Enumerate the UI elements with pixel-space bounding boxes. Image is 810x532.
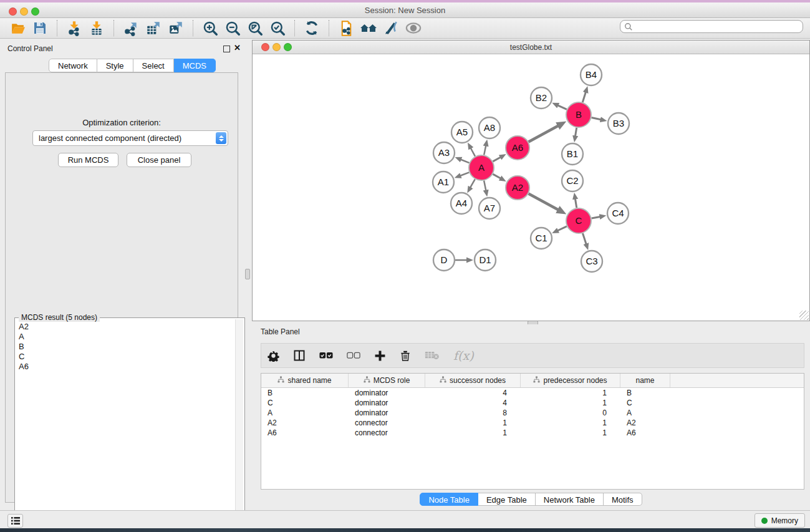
refresh-view-icon[interactable] — [301, 19, 323, 37]
close-panel-icon[interactable]: ✕ — [234, 44, 241, 52]
mcds-result-list[interactable]: A2ABCA6 — [16, 322, 234, 531]
mcds-result-item[interactable]: A — [16, 332, 234, 342]
node-A6[interactable]: A6 — [506, 136, 529, 160]
settings-gear-icon[interactable] — [268, 350, 279, 362]
toggle-graphics-details-icon[interactable] — [380, 19, 402, 37]
edge-B-B2[interactable] — [557, 105, 566, 109]
table-cell[interactable]: 1 — [521, 428, 620, 438]
tab-select[interactable]: Select — [133, 59, 174, 72]
mcds-result-item[interactable]: C — [16, 352, 234, 362]
table-cell[interactable]: B — [261, 388, 349, 398]
edge-A-A2[interactable] — [493, 174, 500, 178]
node-A1[interactable]: A1 — [433, 172, 454, 193]
edge-B-B4[interactable] — [582, 92, 586, 102]
edge-C-C1[interactable] — [557, 226, 567, 231]
table-cell[interactable]: 1 — [425, 428, 521, 438]
edge-A2-C[interactable] — [529, 194, 559, 210]
zoom-fit-icon[interactable] — [244, 19, 266, 37]
show-hide-columns-icon[interactable] — [293, 349, 306, 362]
run-mcds-button[interactable]: Run MCDS — [58, 153, 118, 167]
table-cell[interactable]: connector — [349, 418, 425, 428]
tab-motifs[interactable]: Motifs — [604, 493, 642, 506]
save-session-icon[interactable] — [29, 19, 51, 37]
vertical-splitter-grip[interactable] — [245, 269, 250, 279]
edge-C-C4[interactable] — [592, 216, 600, 218]
resize-grip-icon[interactable] — [799, 311, 809, 320]
delete-row-icon[interactable] — [400, 350, 411, 362]
mcds-result-item[interactable]: A2 — [16, 322, 234, 332]
tab-edge-table[interactable]: Edge Table — [478, 493, 536, 506]
node-B2[interactable]: B2 — [531, 87, 552, 109]
list-scrollbar[interactable] — [235, 319, 243, 531]
node-A8[interactable]: A8 — [479, 117, 500, 138]
table-cell[interactable]: A6 — [261, 428, 349, 438]
node-A4[interactable]: A4 — [451, 193, 472, 214]
table-row[interactable]: A6connector11A6 — [261, 428, 804, 438]
edge-A-A5[interactable] — [471, 148, 475, 156]
column-header-successor-nodes[interactable]: successor nodes — [425, 374, 521, 387]
float-panel-icon[interactable] — [223, 46, 230, 52]
column-header-MCDS-role[interactable]: MCDS role — [349, 374, 425, 387]
edge-A-A1[interactable] — [460, 172, 469, 175]
table-cell[interactable]: 8 — [425, 408, 521, 418]
deselect-all-icon[interactable] — [347, 352, 360, 359]
node-C[interactable]: C — [566, 208, 591, 233]
table-row[interactable]: Adominator80A — [261, 408, 804, 418]
edge-C-C2[interactable] — [575, 199, 576, 208]
node-A3[interactable]: A3 — [433, 142, 455, 163]
node-B[interactable]: B — [566, 102, 591, 127]
column-header-predecessor-nodes[interactable]: predecessor nodes — [521, 374, 620, 387]
zoom-selected-icon[interactable] — [266, 19, 289, 37]
table-cell[interactable]: C — [620, 398, 670, 408]
table-cell[interactable]: A — [620, 408, 670, 418]
edge-C-C3[interactable] — [582, 233, 586, 244]
search-input[interactable] — [620, 20, 803, 33]
node-A2[interactable]: A2 — [506, 176, 529, 200]
tab-network[interactable]: Network — [49, 59, 97, 72]
table-cell[interactable]: 4 — [425, 398, 521, 408]
edge-A-A8[interactable] — [484, 145, 486, 155]
add-row-icon[interactable] — [374, 350, 386, 362]
export-network-icon[interactable] — [120, 19, 142, 37]
table-cell[interactable]: A2 — [261, 418, 349, 428]
node-C2[interactable]: C2 — [562, 170, 583, 191]
table-cell[interactable]: 1 — [521, 398, 620, 408]
table-cell[interactable]: dominator — [349, 398, 425, 408]
tab-network-table[interactable]: Network Table — [536, 493, 604, 506]
memory-button[interactable]: Memory — [755, 513, 805, 528]
node-D1[interactable]: D1 — [475, 249, 496, 271]
node-C1[interactable]: C1 — [531, 228, 552, 249]
criterion-select[interactable]: largest connected component (directed) — [32, 130, 228, 146]
zoom-in-icon[interactable] — [199, 19, 221, 37]
edge-A-A3[interactable] — [461, 160, 470, 163]
tab-mcds[interactable]: MCDS — [174, 59, 216, 72]
node-table[interactable]: shared nameMCDS rolesuccessor nodesprede… — [261, 373, 804, 490]
network-canvas[interactable]: B4B2BB3A8A5A6A3B1AA1C2A2A4A7C4CC1C3DD1 — [253, 54, 809, 321]
tab-style[interactable]: Style — [97, 59, 133, 72]
edge-A-A6[interactable] — [493, 157, 500, 162]
network-graph[interactable]: B4B2BB3A8A5A6A3B1AA1C2A2A4A7C4CC1C3DD1 — [253, 54, 809, 321]
mcds-result-item[interactable]: B — [16, 342, 234, 352]
zoom-out-icon[interactable] — [221, 19, 244, 37]
select-all-icon[interactable] — [319, 352, 333, 359]
home-icon[interactable] — [357, 19, 380, 37]
table-cell[interactable]: dominator — [349, 388, 425, 398]
import-table-icon[interactable] — [85, 19, 108, 37]
node-B1[interactable]: B1 — [562, 143, 583, 165]
table-cell[interactable]: B — [620, 388, 670, 398]
node-D[interactable]: D — [433, 249, 455, 271]
edge-A-A4[interactable] — [470, 179, 475, 187]
task-history-button[interactable] — [7, 514, 23, 528]
table-cell[interactable]: dominator — [349, 408, 425, 418]
tab-node-table[interactable]: Node Table — [420, 493, 478, 506]
edge-B-B3[interactable] — [592, 117, 601, 119]
table-cell[interactable]: connector — [349, 428, 425, 438]
column-header-name[interactable]: name — [620, 374, 670, 387]
column-header-shared-name[interactable]: shared name — [261, 374, 349, 387]
node-B4[interactable]: B4 — [581, 64, 602, 85]
open-session-icon[interactable] — [6, 19, 29, 37]
node-C4[interactable]: C4 — [607, 203, 629, 224]
node-A7[interactable]: A7 — [479, 198, 500, 219]
delete-table-icon[interactable] — [425, 351, 440, 360]
import-network-icon[interactable] — [63, 19, 85, 37]
